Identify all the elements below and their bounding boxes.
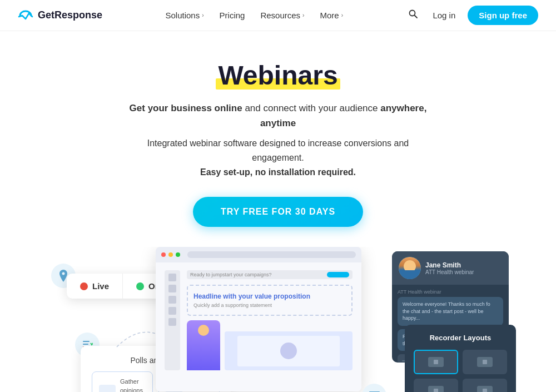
- chat-header: Jane Smith ATT Health webinar: [392, 251, 509, 285]
- logo[interactable]: GetResponse: [18, 9, 102, 21]
- avatar-body: [401, 270, 418, 279]
- mock-sidebar: [165, 270, 180, 370]
- recorder-layouts-card: Recorder Layouts: [405, 325, 516, 392]
- mock-subline: Quickly add a supporting statement: [193, 302, 346, 308]
- mock-person-head: [198, 325, 209, 336]
- poll-icon-1: POLL: [99, 385, 116, 392]
- chevron-down-icon: ›: [202, 12, 203, 18]
- mock-browser-content: Ready to jumpstart your campaigns? Headl…: [156, 262, 361, 378]
- illustration-area: Live On demand Polls and tests POLL Gath…: [0, 247, 556, 392]
- navbar-actions: Log in Sign up free: [406, 6, 538, 25]
- hero-subtitle: Get your business online and connect wit…: [117, 101, 439, 131]
- logo-icon: [18, 10, 33, 21]
- nav-pricing[interactable]: Pricing: [214, 7, 251, 23]
- main-editor-illustration: Ready to jumpstart your campaigns? Headl…: [156, 247, 361, 391]
- search-icon[interactable]: [406, 7, 420, 24]
- mock-monitor-circle: [280, 343, 297, 359]
- poll-option-1[interactable]: POLL Gather opinions and feedback: [92, 371, 153, 392]
- hero-section: Webinars Get your business online and co…: [0, 31, 556, 227]
- mock-browser-bar: [156, 247, 361, 262]
- chat-status: ATT Health webinar: [425, 269, 474, 275]
- login-button[interactable]: Log in: [427, 7, 461, 23]
- chat-bubble-1: Welcome everyone! Thanks so much fo the …: [398, 297, 503, 326]
- recorder-title: Recorder Layouts: [414, 334, 507, 342]
- recorder-layout-2[interactable]: [463, 350, 507, 374]
- layout-preview-2: [477, 357, 493, 367]
- layout-preview-4: [477, 386, 493, 392]
- poll-text-1: Gather opinions and feedback: [120, 378, 146, 392]
- recorder-layout-4[interactable]: [463, 379, 507, 392]
- mock-headline: Headline with your value proposition: [193, 292, 346, 300]
- mock-monitor: [225, 331, 353, 370]
- url-bar: [187, 251, 356, 258]
- sidebar-item: [168, 274, 176, 281]
- layout-preview-1: [428, 357, 444, 367]
- chat-header-info: Jane Smith ATT Health webinar: [425, 261, 474, 275]
- campaign-text: Ready to jumpstart your campaigns?: [190, 272, 324, 277]
- demand-dot: [136, 282, 144, 290]
- sidebar-item: [168, 296, 176, 304]
- page-title: Webinars: [218, 60, 337, 91]
- svg-rect-2: [83, 341, 90, 342]
- recorder-layout-3[interactable]: [414, 379, 458, 392]
- recorder-grid: [414, 350, 507, 392]
- recorder-layout-1[interactable]: [414, 350, 458, 374]
- live-button[interactable]: Live: [67, 274, 123, 299]
- mock-person: [187, 320, 220, 370]
- svg-rect-3: [83, 344, 88, 345]
- hero-description: Integrated webinar software designed to …: [122, 136, 434, 179]
- cta-button[interactable]: TRY FREE FOR 30 DAYS: [193, 197, 363, 227]
- nav-solutions[interactable]: Solutions ›: [160, 7, 209, 23]
- mock-monitor-screen: [237, 336, 340, 366]
- sidebar-item: [168, 285, 176, 292]
- signup-button[interactable]: Sign up free: [468, 6, 538, 25]
- chevron-down-icon: ›: [341, 12, 343, 18]
- navbar: GetResponse Solutions › Pricing Resource…: [0, 0, 556, 31]
- mock-dashed-area: Headline with your value proposition Qui…: [187, 285, 353, 316]
- browser-dot-red: [161, 252, 166, 257]
- mock-main-area: Ready to jumpstart your campaigns? Headl…: [187, 270, 353, 370]
- nav-resources[interactable]: Resources ›: [255, 7, 310, 23]
- sidebar-item: [168, 318, 176, 326]
- mock-figure-area: [187, 320, 353, 370]
- chat-icon: [362, 384, 386, 392]
- svg-line-1: [415, 16, 418, 18]
- sidebar-item: [168, 307, 176, 315]
- main-nav: Solutions › Pricing Resources › More ›: [160, 7, 349, 23]
- avatar: [399, 257, 421, 279]
- nav-more[interactable]: More ›: [314, 7, 349, 23]
- logo-text: GetResponse: [38, 9, 102, 21]
- chat-label: ATT Health webinar: [398, 289, 503, 295]
- hero-title-wrap: Webinars: [218, 60, 337, 91]
- get-started-btn: [327, 272, 349, 277]
- mock-top-bar: Ready to jumpstart your campaigns?: [187, 270, 353, 279]
- mock-browser: Ready to jumpstart your campaigns? Headl…: [156, 247, 361, 391]
- layout-preview-3: [428, 386, 444, 392]
- live-dot: [80, 282, 88, 290]
- browser-dot-green: [176, 252, 180, 257]
- chevron-down-icon: ›: [302, 12, 304, 18]
- chat-person-name: Jane Smith: [425, 261, 474, 269]
- browser-dot-yellow: [168, 252, 173, 257]
